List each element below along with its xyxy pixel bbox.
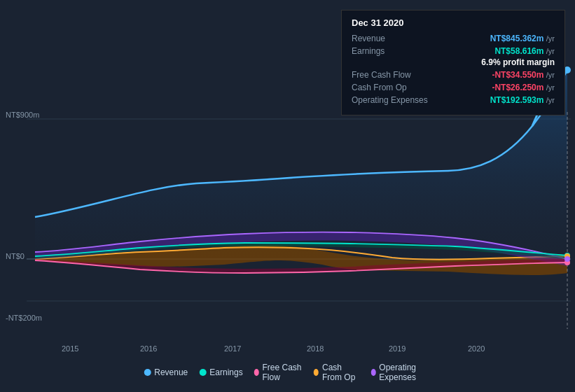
legend-label-cashop: Cash From Op [322, 363, 360, 382]
tooltip-box: Dec 31 2020 Revenue NT$845.362m /yr Earn… [341, 10, 565, 115]
legend-item-cashop[interactable]: Cash From Op [314, 363, 359, 382]
legend-dot-cashop [314, 369, 319, 376]
x-label-2019: 2019 [389, 344, 406, 353]
tooltip-value-revenue: NT$845.362m /yr [490, 34, 555, 43]
tooltip-date: Dec 31 2020 [352, 18, 555, 28]
tooltip-row-earnings: Earnings NT$58.616m /yr [352, 46, 555, 56]
legend-dot-opex [370, 369, 375, 376]
x-label-2015: 2015 [62, 344, 78, 353]
legend-label-opex: Operating Expenses [379, 363, 431, 382]
legend-dot-fcf [254, 369, 259, 376]
tooltip-label-fcf: Free Cash Flow [352, 70, 411, 80]
x-label-2018: 2018 [307, 344, 324, 353]
legend-dot-revenue [144, 369, 151, 376]
tooltip-margin: 6.9% profit margin [352, 57, 555, 67]
y-label-bot: -NT$200m [6, 314, 42, 322]
tooltip-value-fcf: -NT$34.550m /yr [492, 70, 555, 80]
legend-item-opex[interactable]: Operating Expenses [370, 363, 431, 382]
legend-item-earnings[interactable]: Earnings [199, 368, 242, 377]
x-label-2016: 2016 [140, 344, 157, 353]
tooltip-value-earnings: NT$58.616m /yr [494, 46, 555, 56]
y-label-mid: NT$0 [6, 252, 25, 260]
tooltip-row-cashop: Cash From Op -NT$26.250m /yr [352, 83, 555, 92]
y-label-top: NT$900m [6, 111, 39, 119]
tooltip-value-cashop: -NT$26.250m /yr [492, 83, 555, 92]
tooltip-row-fcf: Free Cash Flow -NT$34.550m /yr [352, 70, 555, 80]
legend-label-revenue: Revenue [154, 368, 188, 377]
tooltip-label-cashop: Cash From Op [352, 83, 407, 92]
chart-area: NT$900m NT$0 -NT$200m 2015 2016 2017 201… [0, 0, 575, 392]
legend-label-earnings: Earnings [209, 368, 242, 377]
legend: Revenue Earnings Free Cash Flow Cash Fro… [144, 363, 431, 382]
tooltip-row-revenue: Revenue NT$845.362m /yr [352, 34, 555, 43]
legend-label-fcf: Free Cash Flow [262, 363, 303, 382]
legend-dot-earnings [199, 369, 206, 376]
tooltip-value-opex: NT$192.593m /yr [490, 95, 555, 105]
legend-item-revenue[interactable]: Revenue [144, 368, 188, 377]
tooltip-label-revenue: Revenue [352, 34, 385, 43]
tooltip-label-earnings: Earnings [352, 46, 385, 56]
tooltip-row-opex: Operating Expenses NT$192.593m /yr [352, 95, 555, 105]
x-label-2020: 2020 [468, 344, 485, 353]
legend-item-fcf[interactable]: Free Cash Flow [254, 363, 303, 382]
svg-point-9 [564, 256, 570, 262]
tooltip-label-opex: Operating Expenses [352, 95, 428, 105]
x-label-2017: 2017 [224, 344, 241, 353]
